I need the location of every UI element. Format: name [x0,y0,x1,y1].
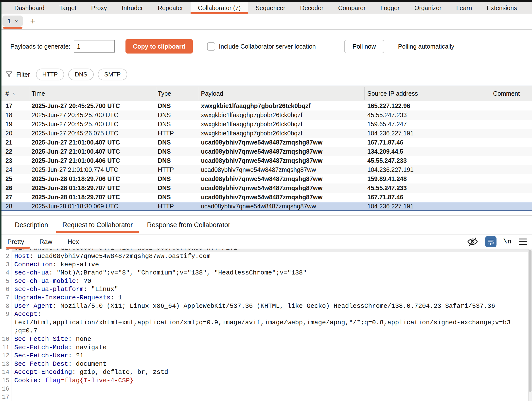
copy-to-clipboard-button[interactable]: Copy to clipboard [125,39,193,54]
cell-payload: ucad08ybhiv7qnwe54w8487zmqshg87ww [201,138,322,147]
request-editor[interactable]: 1GET /answer/d2f0ccc5f-54f1-41cf-a5c2-50… [0,249,532,401]
cell-source_ip: 45.55.247.233 [367,156,407,165]
table-row-19[interactable]: 192025-Jun-27 20:45:25.700 UTCDNSxwxgkbi… [0,120,532,129]
include-server-location-label: Include Collaborator server location [219,43,316,50]
request-line-5: 5sec-ch-ua-mobile: ?0 [0,277,532,286]
line-text: Host: ucad08ybhiv7qnwe54w8487zmqshg87ww.… [14,252,528,261]
nav-tab-logger[interactable]: Logger [373,2,407,14]
column-header-payload[interactable]: Payload [201,86,223,101]
nav-tab-comparer[interactable]: Comparer [331,2,373,14]
nav-tab-proxy[interactable]: Proxy [84,2,114,14]
line-number: 11 [0,344,9,352]
line-number: 8 [0,302,9,310]
line-number: 15 [0,377,9,385]
cell-num: 21 [5,138,12,147]
cell-source_ip: 167.71.87.46 [367,138,403,147]
cell-payload: ucad08ybhiv7qnwe54w8487zmqshg87ww [201,183,322,193]
request-line-15: 15Cookie: flag=flag{I-live-4-CSP} [0,377,532,385]
table-row-23[interactable]: 232025-Jun-27 21:01:00.406 UTCDNSucad08y… [0,156,532,165]
table-row-24[interactable]: 242025-Jun-27 21:01:00.774 UTCHTTPucad08… [0,165,532,174]
detail-tab-response-from-collaborator[interactable]: Response from Collaborator [147,216,230,235]
nav-tab-collaborator-7[interactable]: Collaborator (7) [191,2,248,14]
filter-pill-smtp[interactable]: SMTP [98,69,127,80]
request-line-6: 6sec-ch-ua-platform: "Linux" [0,285,532,294]
filter-funnel-icon[interactable] [5,70,13,79]
table-row-26[interactable]: 262025-Jun-28 01:18:29.707 UTCDNSucad08y… [0,183,532,193]
table-row-18[interactable]: 182025-Jun-27 20:45:25.700 UTCDNSxwxgkbi… [0,110,532,120]
filter-pill-http[interactable]: HTTP [36,69,64,80]
nav-tab-repeater[interactable]: Repeater [150,2,191,14]
window-top-edge [0,0,532,2]
filter-pill-dns[interactable]: DNS [68,69,94,80]
editor-toolbar-icons: \n [467,235,528,249]
line-text: sec-ch-ua: "Not)A;Brand";v="8", "Chromiu… [14,269,528,277]
cell-time: 2025-Jun-27 21:01:00.406 UTC [32,156,120,165]
column-header-num[interactable]: #∧ [5,86,15,101]
word-wrap-icon[interactable] [485,236,497,247]
close-tab-icon[interactable]: × [15,18,18,24]
subtab-raw[interactable]: Raw [39,235,52,249]
cell-source_ip: 104.236.227.191 [367,165,414,174]
message-view-subtabs: PrettyRawHex [0,235,532,249]
payloads-count-input[interactable] [74,40,115,53]
table-row-27[interactable]: 272025-Jun-28 01:18:29.707 UTCDNSucad08y… [0,193,532,202]
include-server-location-checkbox[interactable] [207,42,215,51]
subtab-hex[interactable]: Hex [68,235,79,249]
add-tab-button[interactable]: + [30,16,35,27]
column-header-type[interactable]: Type [158,86,171,101]
nav-tab-target[interactable]: Target [52,2,84,14]
table-row-17[interactable]: 172025-Jun-27 20:45:25.700 UTCDNSxwxgkbi… [0,101,532,110]
table-row-21[interactable]: 212025-Jun-27 21:01:00.407 UTCDNSucad08y… [0,138,532,147]
nav-tab-dashboard[interactable]: Dashboard [7,2,52,14]
table-row-28[interactable]: 282025-Jun-28 01:18:30.069 UTCHTTPucad08… [0,202,532,211]
editor-scrollbar[interactable] [528,249,532,401]
request-line-16: 16 [0,385,532,393]
nav-tab-extensions[interactable]: Extensions [479,2,524,14]
nav-tab-learn[interactable]: Learn [449,2,479,14]
editor-menu-icon[interactable] [518,238,528,245]
cell-num: 17 [5,101,12,110]
cell-time: 2025-Jun-27 21:01:00.407 UTC [32,147,120,156]
newline-toggle-button[interactable]: \n [503,238,511,245]
column-header-comment[interactable]: Comment [493,86,520,101]
cell-source_ip: 165.227.122.96 [367,101,410,110]
detail-tab-description[interactable]: Description [15,216,48,235]
detail-tabs: DescriptionRequest to CollaboratorRespon… [0,216,532,235]
cell-type: DNS [158,120,171,129]
request-line-17: 17 [0,393,532,401]
cell-num: 19 [5,120,12,129]
request-line-3: 3Connection: keep-alive [0,261,532,269]
request-line-wrap: ;q=0.7 [0,327,532,335]
collaborator-tab-strip: 1 × + [0,14,532,30]
payload-tab-label: 1 [7,17,11,25]
cell-payload: ucad08ybhiv7qnwe54w8487zmqshg87ww [201,193,322,202]
line-number: 6 [0,285,9,294]
nav-tab-organizer[interactable]: Organizer [407,2,449,14]
column-header-source-ip-address[interactable]: Source IP address [367,86,418,101]
request-line-10: 10Sec-Fetch-Site: none [0,335,532,344]
payload-tab-1[interactable]: 1 × [2,16,23,27]
subtab-pretty[interactable]: Pretty [7,235,24,249]
cell-time: 2025-Jun-28 01:18:29.707 UTC [32,193,120,202]
column-separator [491,87,491,100]
editor-scrollbar-thumb[interactable] [529,250,532,392]
cell-time: 2025-Jun-27 21:01:00.407 UTC [32,138,120,147]
cell-type: DNS [158,156,171,165]
table-row-22[interactable]: 222025-Jun-27 21:01:00.407 UTCDNSucad08y… [0,147,532,156]
nav-tab-decoder[interactable]: Decoder [293,2,331,14]
poll-now-button[interactable]: Poll now [344,40,384,53]
window-left-edge [0,2,1,249]
request-lines: 1GET /answer/d2f0ccc5f-54f1-41cf-a5c2-50… [0,249,532,401]
nav-tab-intruder[interactable]: Intruder [114,2,150,14]
line-text: Upgrade-Insecure-Requests: 1 [14,294,528,302]
hide-eye-icon[interactable] [467,237,478,246]
cell-type: DNS [158,183,171,193]
request-line-12: 12Sec-Fetch-User: ?1 [0,352,532,360]
detail-tab-request-to-collaborator[interactable]: Request to Collaborator [62,216,133,235]
column-header-time[interactable]: Time [32,86,45,101]
nav-tab-sequencer[interactable]: Sequencer [248,2,293,14]
table-row-25[interactable]: 252025-Jun-28 01:18:29.706 UTCDNSucad08y… [0,174,532,183]
cell-time: 2025-Jun-27 20:45:25.700 UTC [32,120,118,129]
table-row-20[interactable]: 202025-Jun-27 20:45:26.075 UTCHTTPxwxgkb… [0,129,532,138]
results-table-header: #∧TimeTypePayloadSource IP addressCommen… [0,86,532,101]
